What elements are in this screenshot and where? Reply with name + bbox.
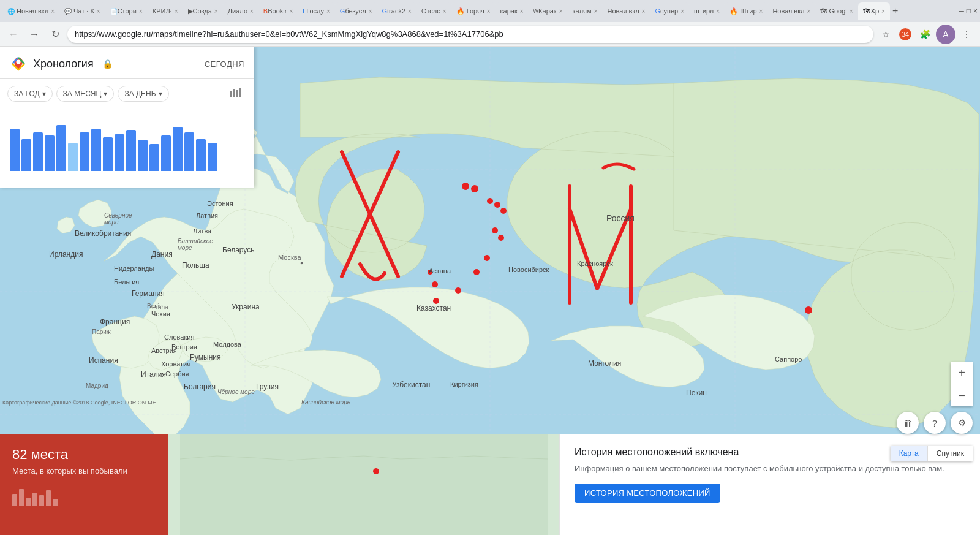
tab-kalyam[interactable]: калям×: [568, 2, 603, 20]
delete-tool-button[interactable]: 🗑: [897, 412, 919, 434]
bar-5[interactable]: [68, 143, 78, 171]
filter-month-button[interactable]: ЗА МЕСЯЦ ▾: [56, 86, 115, 102]
tab-googl[interactable]: 🗺 Googl×: [815, 2, 858, 20]
svg-rect-30: [236, 90, 238, 97]
bar-1[interactable]: [21, 139, 31, 171]
svg-point-17: [473, 269, 480, 275]
bar-7[interactable]: [91, 129, 101, 171]
nav-bar: ← → ↻ ☆ 34 🧩 А ⋮: [0, 22, 980, 47]
forward-button[interactable]: →: [26, 26, 43, 43]
bookmark-button[interactable]: ☆: [877, 26, 894, 43]
extensions-button[interactable]: 🧩: [916, 26, 933, 43]
tab-goryach[interactable]: 🔥 Горяч×: [451, 2, 496, 20]
tab-shtir2[interactable]: 🔥 Штир×: [725, 2, 767, 20]
map-type-satellite-button[interactable]: Спутник: [928, 446, 973, 461]
address-bar[interactable]: [67, 26, 873, 43]
lh-desc: Информация о вашем местоположении поступ…: [575, 463, 965, 475]
tab-bar: 🌐 Новая вкл× 💬 Чат · К× 📄 Стори× КРИЛ·× …: [0, 0, 980, 22]
bar-6[interactable]: [80, 132, 89, 171]
chart-icon-button[interactable]: [225, 84, 247, 103]
bottom-panel: 82 места Места, в которых вы побывали Ис…: [0, 434, 980, 535]
bar-3[interactable]: [45, 135, 55, 171]
bar-16[interactable]: [196, 139, 206, 171]
refresh-button[interactable]: ↻: [47, 26, 64, 43]
menu-button[interactable]: ⋮: [958, 26, 975, 43]
tab-maps-active[interactable]: 🗺 Хр×: [858, 2, 890, 20]
bar-0[interactable]: [10, 129, 20, 171]
bar-12[interactable]: [149, 144, 159, 171]
bar-10[interactable]: [126, 130, 136, 171]
settings-tool-button[interactable]: ⚙: [951, 412, 973, 434]
bar-4[interactable]: [56, 125, 66, 171]
map-type-map-button[interactable]: Карта: [891, 446, 928, 461]
svg-point-9: [462, 183, 469, 190]
chevron-down-icon-2: ▾: [104, 89, 107, 98]
map-type-controls: Карта Спутник: [891, 446, 973, 461]
tab-new3[interactable]: Новая вкл×: [767, 2, 815, 20]
sidebar-panel: Хронология 🔒 СЕГОДНЯ ЗА ГОД ▾ ЗА МЕСЯЦ ▾…: [0, 47, 254, 188]
bar-13[interactable]: [161, 135, 171, 171]
svg-point-19: [455, 287, 461, 294]
svg-point-20: [433, 298, 439, 304]
svg-point-14: [492, 227, 498, 233]
lock-icon: 🔒: [102, 59, 113, 69]
bar-2[interactable]: [33, 132, 43, 171]
tab-new-1[interactable]: 🌐 Новая вкл×: [2, 2, 59, 20]
svg-point-24: [805, 306, 812, 314]
location-history-button[interactable]: ИСТОРИЯ МЕСТОПОЛОЖЕНИЙ: [575, 484, 720, 503]
user-avatar[interactable]: А: [936, 25, 956, 44]
bar-17[interactable]: [208, 143, 217, 171]
mini-chart-decoration: [12, 488, 156, 506]
tab-kril[interactable]: КРИЛ·×: [148, 2, 183, 20]
tab-sozda[interactable]: ▶ Созда×: [183, 2, 223, 20]
tab-karak2[interactable]: W Карак×: [529, 2, 568, 20]
back-button[interactable]: ←: [5, 26, 22, 43]
bar-8[interactable]: [103, 137, 113, 171]
places-card: 82 места Места, в которых вы побывали: [0, 434, 168, 535]
svg-point-13: [500, 208, 507, 214]
bar-14[interactable]: [173, 127, 183, 171]
maximize-btn[interactable]: □: [967, 7, 971, 15]
nav-icons: ☆ 34 🧩 А ⋮: [877, 25, 975, 44]
bottom-map-svg: [168, 434, 559, 535]
zoom-in-button[interactable]: +: [951, 362, 973, 384]
svg-point-12: [494, 202, 500, 208]
tab-new2[interactable]: Новая вкл×: [602, 2, 650, 20]
help-tool-button[interactable]: ?: [924, 412, 946, 434]
bar-15[interactable]: [184, 132, 194, 171]
tab-bezusl[interactable]: G безусл×: [335, 2, 377, 20]
profile-icon-btn[interactable]: 34: [897, 26, 914, 43]
new-tab-button[interactable]: +: [892, 6, 898, 17]
filter-year-button[interactable]: ЗА ГОД ▾: [7, 86, 53, 102]
minimize-btn[interactable]: ─: [959, 7, 964, 15]
places-count: 82 места: [12, 447, 156, 463]
sidebar-filters: ЗА ГОД ▾ ЗА МЕСЯЦ ▾ ЗА ДЕНЬ ▾: [0, 79, 254, 108]
bar-11[interactable]: [138, 140, 148, 171]
bar-9[interactable]: [115, 134, 124, 171]
tab-dialo[interactable]: Диало×: [223, 2, 258, 20]
bottom-map-area: [168, 434, 559, 535]
svg-point-21: [428, 270, 432, 275]
today-button[interactable]: СЕГОДНЯ: [205, 59, 244, 69]
svg-point-16: [484, 255, 490, 261]
tab-super[interactable]: G супер×: [650, 2, 689, 20]
tab-shtirl1[interactable]: штирл×: [689, 2, 725, 20]
tab-karak1[interactable]: карак×: [496, 2, 529, 20]
profile-avatar: 34: [899, 28, 911, 40]
svg-rect-29: [233, 89, 235, 97]
tab-track2[interactable]: G track2×: [377, 2, 417, 20]
tab-story[interactable]: 📄 Стори×: [105, 2, 148, 20]
tab-chat[interactable]: 💬 Чат · К×: [59, 2, 105, 20]
sidebar-title-area: Хронология 🔒: [10, 55, 113, 72]
svg-rect-32: [180, 434, 548, 535]
tab-bookir[interactable]: B Bookir×: [258, 2, 298, 20]
tab-gosdu[interactable]: Г Госду×: [298, 2, 335, 20]
zoom-out-button[interactable]: −: [951, 384, 973, 406]
filter-day-button[interactable]: ЗА ДЕНЬ ▾: [118, 86, 168, 102]
tab-otslc[interactable]: Отслс×: [417, 2, 451, 20]
svg-point-18: [432, 281, 438, 287]
svg-point-33: [373, 468, 379, 474]
close-btn[interactable]: ×: [973, 7, 978, 15]
zoom-controls: + −: [951, 362, 973, 406]
svg-point-10: [471, 185, 478, 192]
